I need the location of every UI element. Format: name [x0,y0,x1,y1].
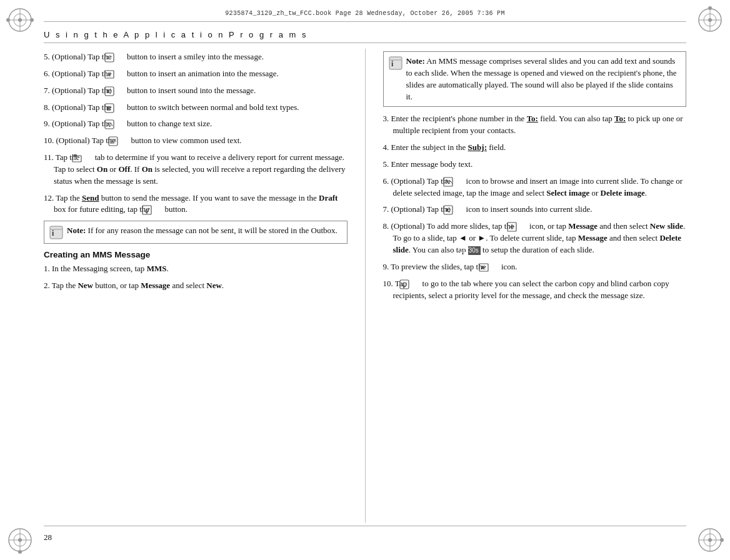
image-icon [453,177,463,187]
item5-text: 5. (Optional) Tap the [44,52,114,61]
svg-point-5 [6,18,10,22]
item12-text-end: button. [165,204,188,214]
header-bar: 9235874_3129_zh_tw_FCC.book Page 28 Wedn… [44,8,686,19]
note-icon-right: i [389,56,402,70]
note-box-left: i Note: If for any reason the message ca… [44,221,348,244]
svg-rect-41 [72,156,81,162]
template-icon [118,136,128,146]
addslide-icon [517,222,527,232]
item10-text: 10. (Optional) Tap the [44,136,118,145]
item6-text-after: button to insert an animation into the m… [127,69,279,78]
svg-rect-25 [105,53,114,62]
list-item: 5. Enter message body text. [383,159,687,171]
svg-rect-42 [74,154,77,157]
svg-rect-52 [444,206,452,214]
item12-text: 12. Tap the Send button to send the mess… [44,193,338,214]
title-rule [44,42,686,43]
item5-text-after: button to insert a smiley into the messa… [127,52,264,61]
note-text-left: Note: If for any reason the message can … [67,225,338,237]
list-item: 1. In the Messaging screen, tap MMS. [44,263,348,275]
list-item: 8. (Optional) Tap the B button to switch… [44,102,348,114]
svg-point-17 [18,538,22,542]
list-item: 7. (Optional) Tap the icon to insert sou… [383,204,687,216]
list-item: 5. (Optional) Tap the button to insert a… [44,51,348,63]
svg-text:B: B [107,105,111,112]
right-column: i Note: An MMS message comprises several… [383,49,687,522]
corner-decoration-bl [5,525,35,555]
note-text-right: Note: An MMS message comprises several s… [406,56,681,102]
item9-text-after: button to change text size. [127,119,212,128]
svg-point-11 [708,18,712,22]
column-divider [365,49,366,522]
sound-icon [114,86,124,96]
email-at-icon [409,279,419,289]
svg-rect-59 [400,280,409,289]
list-item: 2. Tap the New button, or tap Message an… [44,280,348,292]
left-column: 5. (Optional) Tap the button to insert a… [44,49,348,522]
animation-icon [114,69,124,79]
corner-decoration-tl [5,5,35,35]
note-icon-left: i [49,226,63,239]
svg-point-4 [18,18,22,22]
svg-point-51 [446,179,448,181]
item7-text-after: button to insert sound into the mes­sage… [127,86,256,95]
svg-marker-29 [108,72,111,76]
tab-icon [82,153,92,163]
list-item: 11. Tap the tab to determine if you want… [44,152,348,188]
smiley-icon [114,52,124,62]
list-item: 10. Tap to go to the tab where you can s… [383,278,687,302]
svg-point-60 [402,282,406,286]
svg-point-12 [708,6,712,10]
svg-text:A: A [110,122,113,128]
item8-text: 8. (Optional) Tap the [44,102,114,112]
svg-point-26 [107,56,108,58]
list-item: 8. (Optional) To add more slides, tap th… [383,221,687,256]
item10-text-after: button to view common used text. [131,136,242,145]
svg-rect-30 [105,87,114,96]
note-box-right: i Note: An MMS message comprises several… [383,51,687,107]
section-heading: Creating an MMS Message [44,250,348,259]
svg-point-24 [720,538,724,542]
list-item: 10. (Optional) Tap the button to view co… [44,135,348,147]
list-item: 6. (Optional) Tap the button to insert a… [44,68,348,80]
save-icon [152,205,162,215]
page-number: 28 [44,532,52,542]
bold-icon: B [114,103,124,113]
item11-text-after: tab to determine if you want to receive … [54,152,346,186]
header-rule [44,21,686,22]
list-item: 12. Tap the Send button to send the mess… [44,192,348,216]
svg-point-27 [110,56,111,58]
timer-badge: 10/30s [468,246,481,256]
header-meta-text: 9235874_3129_zh_tw_FCC.book Page 28 Wedn… [225,10,504,17]
list-item: 6. (Optional) Tap the icon to browse and… [383,176,687,199]
list-item: 3. Enter the recipient's phone number in… [383,113,687,137]
page-title: U s i n g t h e A p p l i c a t i o n P … [44,30,308,39]
list-item: 7. (Optional) Tap the button to insert s… [44,85,348,97]
svg-point-18 [18,550,22,554]
item9-text: 9. (Optional) Tap the [44,119,114,128]
footer-rule [44,526,686,526]
item8-text-after: button to switch between normal and bold… [127,102,299,112]
svg-rect-31 [107,89,109,93]
main-content: 5. (Optional) Tap the button to insert a… [44,49,686,522]
list-item: 4. Enter the subject in the Subj: field. [383,142,687,154]
list-item: 9. To preview the slides, tap the icon. [383,261,687,273]
item7-text: 7. (Optional) Tap the [44,86,114,95]
corner-decoration-br [695,525,725,555]
svg-rect-53 [446,208,448,212]
sound2-icon [453,205,463,215]
svg-marker-58 [482,266,486,269]
svg-point-6 [30,18,34,22]
svg-point-23 [708,538,712,542]
list-item: 9. (Optional) Tap the A A button to chan… [44,118,348,130]
corner-decoration-tr [695,5,725,35]
textsize-icon: A A [114,119,124,129]
preview-icon [489,262,499,272]
item6-text: 6. (Optional) Tap the [44,69,114,78]
